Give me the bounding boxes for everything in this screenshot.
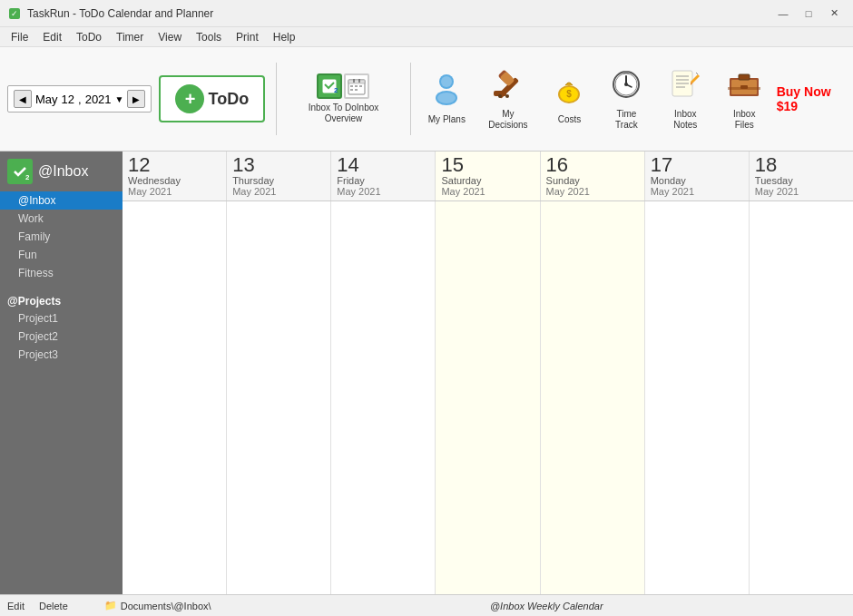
toolbar-separator-1 [276,63,277,135]
todo-label: ToDo [208,90,249,109]
sidebar-item-fun[interactable]: Fun [0,246,123,264]
menu-print[interactable]: Print [229,27,266,46]
costs-button[interactable]: $ Costs [544,69,594,129]
day-num-13: 13 [232,155,325,175]
svg-line-37 [696,73,698,74]
menu-view[interactable]: View [151,27,189,46]
svg-rect-43 [728,87,760,90]
date-display: May 12, 2021 ▼ [35,93,123,106]
sidebar-item-project2[interactable]: Project2 [0,328,123,346]
cal-header-14: 14 Friday May 2021 [331,152,436,200]
sidebar-item-work[interactable]: Work [0,210,123,228]
sidebar-item-family[interactable]: Family [0,228,123,246]
calendar-label: @Inbox Weekly Calendar [248,601,846,611]
folder-icon: 📁 [104,600,117,611]
cal-col-13[interactable] [227,201,331,594]
svg-rect-31 [623,71,629,73]
svg-rect-5 [348,80,365,83]
my-plans-icon [430,73,463,112]
svg-text:✓: ✓ [11,9,18,18]
my-decisions-button[interactable]: My Decisions [479,64,537,134]
svg-rect-8 [350,85,353,87]
cal-header-17: 17 Monday May 2021 [645,152,750,200]
minimize-button[interactable]: — [771,5,795,23]
costs-label: Costs [558,114,582,125]
day-num-18: 18 [755,155,848,175]
inbox-to-doinbox-button[interactable]: 2 Inbox To DoInbox Overvie [288,70,399,128]
close-button[interactable]: ✕ [822,5,846,23]
day-month-13: May 2021 [232,186,325,197]
sidebar-item-project1[interactable]: Project1 [0,309,123,328]
day-num-15: 15 [441,155,534,175]
toolbar-separator-2 [410,63,411,135]
day-num-12: 12 [128,155,221,175]
menu-bar: File Edit ToDo Timer View Tools Print He… [0,27,853,47]
time-track-button[interactable]: Time Track [602,64,652,134]
cal-col-12[interactable] [123,201,227,594]
overview-calendar-icon [344,73,369,99]
inbox-to-doinbox-icons: 2 [317,73,369,99]
inbox-notes-button[interactable]: Inbox Notes [659,64,712,134]
my-plans-button[interactable]: My Plans [422,69,472,129]
menu-file[interactable]: File [4,27,35,46]
next-date-button[interactable]: ▶ [127,90,145,108]
cal-header-16: 16 Sunday May 2021 [541,152,645,200]
svg-point-15 [441,76,452,87]
inbox-files-button[interactable]: Inbox Files [720,64,770,134]
svg-text:$: $ [567,89,573,99]
day-month-12: May 2021 [128,186,221,197]
sidebar-item-fitness[interactable]: Fitness [0,264,123,282]
inbox-to-doinbox-label: Inbox To DoInbox Overview [295,103,392,124]
svg-rect-41 [739,74,750,80]
sidebar-item-project3[interactable]: Project3 [0,346,123,364]
day-name-16: Sunday [546,175,639,186]
cal-header-12: 12 Wednesday May 2021 [123,152,227,200]
menu-edit[interactable]: Edit [35,27,69,46]
toolbar: ◀ May 12, 2021 ▼ ▶ + ToDo [0,47,853,152]
sidebar-inbox-title: @Inbox [38,163,88,180]
maximize-button[interactable]: □ [797,5,820,23]
todo-button[interactable]: + ToDo [159,75,265,122]
menu-todo[interactable]: ToDo [69,27,109,46]
buy-now-label[interactable]: Buy Now $19 [777,84,846,113]
cal-col-14[interactable] [331,201,436,594]
menu-timer[interactable]: Timer [109,27,151,46]
svg-text:2: 2 [334,86,338,94]
todo-plus-icon: + [175,84,204,113]
svg-text:2: 2 [25,173,29,181]
cal-header-18: 18 Tuesday May 2021 [750,152,853,200]
cal-col-17[interactable] [645,201,750,594]
day-num-17: 17 [651,155,743,175]
inbox-files-icon [728,67,760,107]
main-area: 2 @Inbox @Inbox Work Family Fun Fitness … [0,152,853,594]
sidebar-item-inbox[interactable]: @Inbox [0,191,123,210]
cal-col-16[interactable] [541,201,645,594]
month-label: May [35,93,58,106]
day-name-14: Friday [337,175,429,186]
svg-point-16 [437,93,456,103]
folder-path: Documents\@Inbox\ [121,601,211,611]
cal-col-18[interactable] [750,201,853,594]
day-num-14: 14 [337,155,429,175]
time-track-icon [610,67,642,107]
menu-tools[interactable]: Tools [189,27,229,46]
cal-header-13: 13 Thursday May 2021 [227,152,331,200]
inbox-notes-icon [669,67,701,107]
time-track-label: Time Track [607,109,646,131]
cal-col-15[interactable] [436,201,540,594]
folder-group: 📁Documents\@Inbox\ [104,600,211,611]
day-name-13: Thursday [232,175,325,186]
title-bar: ✓ TaskRun - ToDo Calendar and Planner — … [0,0,853,27]
date-dropdown-button[interactable]: ▼ [115,94,124,104]
app-icon: ✓ [7,6,22,21]
prev-date-button[interactable]: ◀ [14,90,32,108]
svg-rect-12 [355,89,358,91]
menu-help[interactable]: Help [266,27,303,46]
window-title: TaskRun - ToDo Calendar and Planner [27,7,771,20]
day-name-17: Monday [651,175,743,186]
sidebar-header-icon: 2 [7,159,33,184]
day-name-18: Tuesday [755,175,848,186]
my-decisions-icon [492,67,525,107]
edit-button[interactable]: Edit [7,601,25,611]
delete-button[interactable]: Delete [39,601,68,611]
